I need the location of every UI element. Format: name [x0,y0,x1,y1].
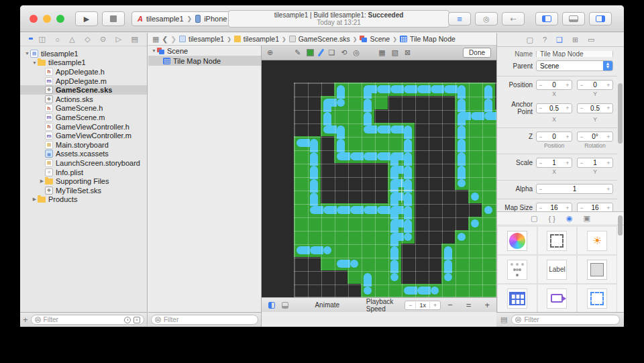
water-tile[interactable] [404,233,412,241]
version-editor-button[interactable]: ⇠ [502,12,525,25]
water-tile[interactable] [471,193,479,201]
navigator-tab-symbols[interactable]: ◫ [39,35,46,44]
black-tile[interactable] [388,96,401,109]
black-tile[interactable] [415,96,428,109]
attributes-inspector-tab[interactable]: ❑ [556,36,563,44]
eraser-tool-icon[interactable]: ◎ [354,48,360,57]
black-tile[interactable] [428,230,441,244]
file-row-actions-sks[interactable]: ❖Actions.sks [20,95,147,104]
file-row-gamescene-sks[interactable]: ❖GameScene.sks [20,85,147,95]
black-tile[interactable] [307,270,321,284]
editor-canvas[interactable] [262,60,496,297]
value-stepper[interactable]: −16+ [536,203,572,211]
black-tile[interactable] [468,203,482,217]
black-tile[interactable] [334,284,347,297]
file-row-products[interactable]: ▶Products [20,195,147,205]
black-tile[interactable] [294,96,307,109]
increment-icon[interactable]: + [564,205,572,211]
library-item-emitter[interactable] [507,260,527,280]
black-tile[interactable] [428,217,441,230]
navigator-tab-breakpoints[interactable]: ▷ [116,35,121,44]
black-tile[interactable] [321,270,334,284]
black-tile[interactable] [334,163,347,176]
current-tile-swatch[interactable] [307,49,314,56]
black-tile[interactable] [415,150,428,163]
black-tile[interactable] [441,150,455,163]
library-scrollbar[interactable] [618,215,623,236]
black-tile[interactable] [441,230,455,244]
eyedropper-tool-icon[interactable]: ✎ [294,48,301,57]
water-tile[interactable] [471,219,479,227]
increment-icon[interactable]: + [564,160,572,166]
file-inspector-tab[interactable]: ▢ [526,36,533,44]
value-stepper[interactable]: −1+ [536,184,613,194]
black-tile[interactable] [388,109,401,123]
black-tile[interactable] [415,203,428,217]
black-tile[interactable] [428,163,441,176]
minimize-window-button[interactable] [43,15,51,23]
library-item-shape-node[interactable] [587,289,607,309]
file-row-tilesample1[interactable]: ▼▤tilesample1 [20,49,147,58]
black-tile[interactable] [321,150,334,163]
black-tile[interactable] [294,83,307,96]
black-tile[interactable] [441,163,455,176]
outline-filter-field[interactable]: Filter [151,315,258,325]
increment-icon[interactable]: + [564,105,572,111]
stamp-add-tool-icon[interactable]: ▦ [378,48,385,57]
library-item-camera[interactable] [547,289,567,309]
recent-files-icon[interactable] [124,317,131,323]
black-tile[interactable] [307,257,321,270]
library-item-sprite[interactable] [587,260,607,280]
black-tile[interactable] [415,270,428,284]
black-tile[interactable] [294,270,307,284]
library-item-label-node[interactable]: Label [547,260,567,280]
value-stepper[interactable]: −1+ [577,158,613,168]
water-tile[interactable] [458,179,466,187]
breadcrumb-project[interactable]: tilesample1 [189,35,224,43]
forward-button[interactable]: ❯ [170,35,176,43]
value-stepper[interactable]: −0.5+ [577,103,613,113]
file-row-gamescene-h[interactable]: hGameScene.h [20,104,147,113]
black-tile[interactable] [415,244,428,257]
black-tile[interactable] [361,176,374,190]
file-row-info-plist[interactable]: ≡Info.plist [20,168,147,177]
disclosure-arrow-icon[interactable]: ▼ [151,48,157,53]
breadcrumb-node[interactable]: Tile Map Node [410,35,455,43]
black-tile[interactable] [428,190,441,203]
navigator-filter-field[interactable]: Filter × [31,315,144,325]
decrement-icon[interactable]: − [537,186,545,193]
black-tile[interactable] [415,257,428,270]
decrement-icon[interactable]: − [578,160,586,166]
navigator-tab-reports[interactable]: ▤ [131,35,138,44]
black-tile[interactable] [307,123,321,136]
file-row-supporting-files[interactable]: ▶Supporting Files [20,176,147,186]
value-stepper[interactable]: −0+ [536,132,572,142]
black-tile[interactable] [401,109,415,123]
back-button[interactable]: ❮ [162,35,168,43]
water-tile[interactable] [431,287,439,295]
object-library-tab[interactable]: ◉ [566,214,573,223]
black-tile[interactable] [455,217,468,230]
black-tile[interactable] [415,109,428,123]
disclosure-arrow-icon[interactable]: ▶ [32,197,38,202]
black-tile[interactable] [374,176,388,190]
water-tile[interactable] [323,246,331,254]
black-tile[interactable] [415,163,428,176]
breadcrumb-file[interactable]: GameScene.sks [299,35,350,43]
disclosure-arrow-icon[interactable]: ▼ [32,60,38,65]
black-tile[interactable] [455,203,468,217]
black-tile[interactable] [321,176,334,190]
file-template-library-tab[interactable]: ▢ [531,214,537,223]
parent-dropdown[interactable]: Scene▲▼ [536,60,613,71]
disclosure-arrow-icon[interactable]: ▶ [39,178,45,184]
size-inspector-tab[interactable]: ⊞ [572,36,578,44]
media-library-tab[interactable]: ▣ [584,214,590,223]
water-tile[interactable] [390,273,398,281]
navigator-tab-tests[interactable]: ◇ [85,35,90,44]
close-window-button[interactable] [30,15,38,23]
black-tile[interactable] [347,190,361,203]
water-tile[interactable] [458,233,466,241]
increment-icon[interactable]: + [604,134,612,140]
black-tile[interactable] [334,176,347,190]
inspector-scrollbar[interactable] [618,83,623,144]
